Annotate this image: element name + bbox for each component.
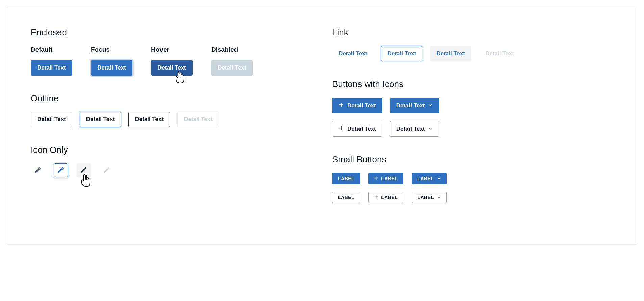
chevron-down-icon [428, 102, 433, 109]
button-label: Detail Text [347, 126, 376, 132]
section-title-icon-only: Icon Only [31, 145, 312, 155]
button-label: Detail Text [485, 50, 514, 57]
button-label: Detail Text [157, 64, 186, 71]
button-outline-hover[interactable]: Detail Text [128, 112, 170, 127]
button-small-outline[interactable]: LABEL [332, 192, 360, 203]
state-label-focus: Focus [91, 46, 144, 53]
button-primary-chevron[interactable]: Detail Text [390, 98, 440, 113]
outline-row: Detail Text Detail Text Detail Text Deta… [31, 112, 312, 127]
button-primary-default[interactable]: Detail Text [31, 60, 72, 76]
button-label: LABEL [338, 195, 354, 200]
button-small-primary-chevron[interactable]: LABEL [412, 173, 446, 184]
button-label: Detail Text [339, 50, 367, 57]
button-label: Detail Text [396, 102, 425, 109]
icon-only-row [31, 163, 312, 177]
button-link-focus[interactable]: Detail Text [381, 46, 423, 61]
button-small-primary[interactable]: LABEL [332, 173, 360, 184]
link-row: Detail Text Detail Text Detail Text Deta… [332, 46, 613, 61]
plus-icon [374, 195, 378, 200]
button-label: LABEL [417, 195, 434, 200]
pencil-icon [57, 166, 65, 175]
section-link: Link Detail Text Detail Text Detail Text… [332, 27, 613, 61]
enclosed-state-row: Default Detail Text Focus Detail Text Ho… [31, 46, 312, 76]
button-label: Detail Text [97, 64, 126, 71]
button-small-outline-plus[interactable]: LABEL [368, 192, 403, 203]
icon-buttons-outline-row: Detail Text Detail Text [332, 121, 613, 137]
section-buttons-with-icons: Buttons with Icons Detail Text Detail Te… [332, 79, 613, 137]
button-label: LABEL [338, 176, 354, 181]
section-outline: Outline Detail Text Detail Text Detail T… [31, 93, 312, 127]
button-label: Detail Text [86, 116, 115, 123]
small-buttons-primary-row: LABEL LABEL LABEL [332, 173, 613, 184]
section-title-buttons-with-icons: Buttons with Icons [332, 79, 613, 89]
button-label: Detail Text [37, 64, 66, 71]
enclosed-hover-col: Hover Detail Text [151, 46, 204, 76]
button-outline-disabled: Detail Text [177, 112, 219, 127]
enclosed-default-col: Default Detail Text [31, 46, 83, 76]
plus-icon [339, 102, 344, 109]
icon-button-disabled [100, 163, 114, 177]
enclosed-focus-col: Focus Detail Text [91, 46, 144, 76]
button-label: Detail Text [436, 50, 465, 57]
button-link-hover[interactable]: Detail Text [430, 46, 471, 61]
button-label: Detail Text [135, 116, 164, 123]
button-label: Detail Text [184, 116, 213, 123]
icon-button-default[interactable] [31, 163, 45, 177]
section-title-link: Link [332, 27, 613, 38]
button-label: Detail Text [218, 64, 246, 71]
plus-icon [374, 176, 378, 181]
pencil-icon [80, 166, 88, 175]
button-primary-disabled: Detail Text [211, 60, 253, 76]
button-outline-focus[interactable]: Detail Text [80, 112, 121, 127]
state-label-disabled: Disabled [211, 46, 264, 53]
button-label: Detail Text [396, 126, 425, 132]
enclosed-disabled-col: Disabled Detail Text [211, 46, 264, 76]
chevron-down-icon [428, 126, 433, 132]
small-buttons-outline-row: LABEL LABEL LABEL [332, 192, 613, 203]
icon-button-focus[interactable] [54, 163, 68, 177]
button-link-default[interactable]: Detail Text [332, 46, 374, 61]
style-guide-canvas: Enclosed Default Detail Text Focus Detai… [7, 7, 637, 245]
button-label: LABEL [417, 176, 434, 181]
cursor-hand-icon [80, 174, 92, 189]
right-column: Link Detail Text Detail Text Detail Text… [332, 27, 613, 221]
chevron-down-icon [437, 176, 441, 181]
section-title-enclosed: Enclosed [31, 27, 312, 38]
button-small-primary-plus[interactable]: LABEL [368, 173, 403, 184]
icon-buttons-primary-row: Detail Text Detail Text [332, 98, 613, 113]
left-column: Enclosed Default Detail Text Focus Detai… [31, 27, 312, 221]
button-outline-plus[interactable]: Detail Text [332, 121, 382, 137]
button-link-disabled: Detail Text [479, 46, 520, 61]
section-enclosed: Enclosed Default Detail Text Focus Detai… [31, 27, 312, 76]
button-primary-plus[interactable]: Detail Text [332, 98, 382, 113]
button-label: LABEL [381, 176, 398, 181]
pencil-icon [34, 166, 42, 175]
chevron-down-icon [437, 195, 441, 200]
icon-button-hover[interactable] [77, 163, 91, 177]
cursor-hand-icon [174, 71, 186, 86]
button-label: Detail Text [347, 102, 376, 109]
plus-icon [339, 125, 344, 132]
state-label-default: Default [31, 46, 83, 53]
button-small-outline-chevron[interactable]: LABEL [412, 192, 446, 203]
section-title-small-buttons: Small Buttons [332, 154, 613, 165]
section-title-outline: Outline [31, 93, 312, 104]
section-icon-only: Icon Only [31, 145, 312, 177]
button-outline-default[interactable]: Detail Text [31, 112, 72, 127]
button-label: LABEL [381, 195, 398, 200]
button-label: Detail Text [37, 116, 66, 123]
pencil-icon [103, 166, 110, 175]
section-small-buttons: Small Buttons LABEL LABEL LABEL [332, 154, 613, 203]
button-primary-hover[interactable]: Detail Text [151, 60, 193, 76]
button-primary-focus[interactable]: Detail Text [91, 60, 132, 76]
button-label: Detail Text [388, 50, 416, 57]
state-label-hover: Hover [151, 46, 204, 53]
button-outline-chevron[interactable]: Detail Text [390, 121, 440, 137]
